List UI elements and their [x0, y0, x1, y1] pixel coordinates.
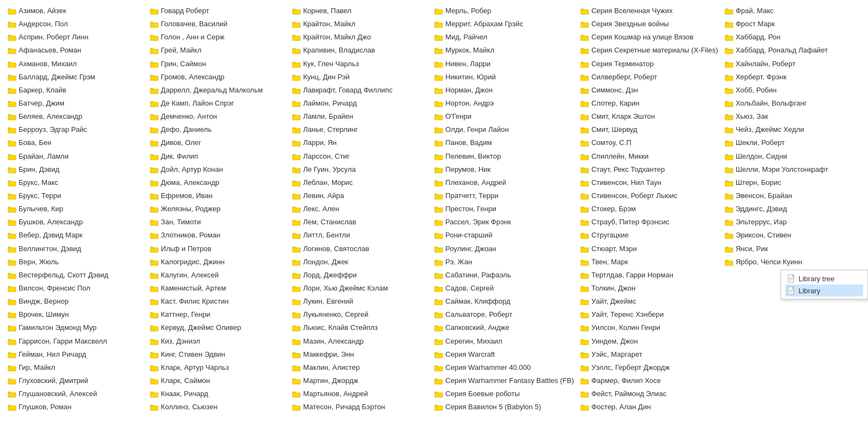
list-item[interactable]: Азимов, Айзек	[7, 4, 144, 18]
list-item[interactable]: Серия Звездные войны	[579, 18, 719, 31]
list-item[interactable]: Стюарт, Мэри	[579, 242, 719, 256]
list-item[interactable]: Рони-старший	[433, 229, 575, 242]
list-item[interactable]: Каттнер, Генри	[149, 308, 287, 321]
list-item[interactable]: Асприн, Роберт Линн	[7, 31, 144, 44]
list-item[interactable]: Шекли, Роберт	[724, 136, 861, 149]
list-item[interactable]: Мид, Райчел	[433, 31, 575, 44]
list-item[interactable]: Калугин, Алексей	[149, 269, 287, 282]
list-item[interactable]: Каст, Филис Кристин	[149, 295, 287, 308]
list-item[interactable]: Шелдон, Сидни	[724, 150, 861, 163]
list-item[interactable]: Дик, Филип	[149, 150, 287, 163]
list-item[interactable]: Серия Боевые роботы	[433, 387, 575, 400]
list-item[interactable]: Мерль, Робер	[433, 4, 575, 18]
list-item[interactable]: Твен, Марк	[579, 256, 719, 269]
list-item[interactable]: Перумов, Ник	[433, 163, 575, 176]
list-item[interactable]: Штерн, Борис	[724, 176, 861, 189]
list-item[interactable]: О'Генри	[433, 110, 575, 123]
list-item[interactable]: Ефремов, Иван	[149, 189, 287, 202]
list-item[interactable]: Олди, Генри Лайон	[433, 123, 575, 136]
list-item[interactable]: Голон , Анн и Серж	[149, 31, 287, 44]
list-item[interactable]: Уайт, Джеймс	[579, 295, 719, 308]
list-item[interactable]: Беляев, Александр	[7, 110, 144, 123]
list-item[interactable]: Рэ, Жан	[433, 256, 575, 269]
list-item[interactable]: Сомтоу, С.П	[579, 136, 719, 149]
list-item[interactable]: Лукьяненко, Сергей	[291, 308, 429, 321]
list-item[interactable]: Роулинг, Джоан	[433, 242, 575, 256]
list-item[interactable]: Пелевин, Виктор	[433, 150, 575, 163]
list-item[interactable]: Дефо, Даниель	[149, 123, 287, 136]
list-item[interactable]: Бушков, Александр	[7, 216, 144, 229]
list-item[interactable]: Нортон, Андрэ	[433, 97, 575, 110]
list-item[interactable]: Громов, Александр	[149, 71, 287, 84]
list-item[interactable]: Муркок, Майкл	[433, 44, 575, 57]
list-item[interactable]: Лукин, Евгений	[291, 295, 429, 308]
list-item[interactable]: Сальваторе, Роберт	[433, 308, 575, 321]
list-item[interactable]: Ларри, Ян	[291, 136, 429, 149]
list-item[interactable]: Каменистый, Артем	[149, 282, 287, 295]
list-item[interactable]: Смит, Кларк Эштон	[579, 110, 719, 123]
list-item[interactable]: Ахманов, Михаил	[7, 57, 144, 71]
list-item[interactable]: Серия Секретные материалы (X-Files)	[579, 44, 719, 57]
list-item[interactable]: Литтл, Бентли	[291, 229, 429, 242]
list-item[interactable]: Плеханов, Андрей	[433, 176, 575, 189]
list-item[interactable]: Хаббард, Рональд Лафайет	[724, 44, 861, 57]
list-item[interactable]: Кнаак, Ричард	[149, 387, 287, 400]
list-item[interactable]: Фрай, Макс	[724, 4, 861, 18]
list-item[interactable]: Зан, Тимоти	[149, 216, 287, 229]
list-item[interactable]: Мазин, Александр	[291, 335, 429, 348]
list-item[interactable]: Хьюз, Зак	[724, 110, 861, 123]
list-item[interactable]: Коллинз, Сьюзен	[149, 400, 287, 414]
list-item[interactable]: Серия Warhammer Fantasy Battles (FB)	[433, 374, 575, 387]
list-item[interactable]: Вебер, Дэвид Марк	[7, 229, 144, 242]
list-item[interactable]: Афанасьев, Роман	[7, 44, 144, 57]
list-item[interactable]: Дойл, Артур Конан	[149, 163, 287, 176]
list-item[interactable]: Серия Warcraft	[433, 348, 575, 361]
list-item[interactable]: Демченко, Антон	[149, 110, 287, 123]
list-item[interactable]: Эвенсон, Брайан	[724, 189, 861, 202]
list-item[interactable]: Лавкрафт, Говард Филлипс	[291, 84, 429, 97]
list-item[interactable]: Уилсон, Колин Генри	[579, 321, 719, 334]
list-item[interactable]: Фрост Марк	[724, 18, 861, 31]
list-item[interactable]: Головачев, Василий	[149, 18, 287, 31]
list-item[interactable]: Садов, Сергей	[433, 282, 575, 295]
list-item[interactable]: Сабатини, Рафаэль	[433, 269, 575, 282]
list-item[interactable]: Серия Терминатор	[579, 57, 719, 71]
list-item[interactable]: Смит, Шервуд	[579, 123, 719, 136]
list-item[interactable]: Спиллейн, Микки	[579, 150, 719, 163]
list-item[interactable]: Нивен, Ларри	[433, 57, 575, 71]
list-item[interactable]: Меррит, Абрахам Грэйс	[433, 18, 575, 31]
list-item[interactable]: Мартин, Джордж	[291, 374, 429, 387]
list-item[interactable]: Льюис, Клайв Стейплз	[291, 321, 429, 334]
list-item[interactable]: Кларк, Саймон	[149, 374, 287, 387]
list-item[interactable]: Грин, Саймон	[149, 57, 287, 71]
list-item[interactable]: Дивов, Олег	[149, 136, 287, 149]
list-item[interactable]: Матесон, Ричард Бэртон	[291, 400, 429, 414]
list-item[interactable]: Мартьянов, Андрей	[291, 387, 429, 400]
list-item[interactable]: Силверберг, Роберт	[579, 71, 719, 84]
list-item[interactable]: Пратчетт, Терри	[433, 189, 575, 202]
list-item[interactable]: Престон, Генри	[433, 202, 575, 216]
list-item[interactable]: Брукс, Терри	[7, 189, 144, 202]
list-item[interactable]: Серия Вавилон 5 (Babylon 5)	[433, 400, 575, 414]
list-item[interactable]: Симмонс, Дэн	[579, 84, 719, 97]
list-item[interactable]: Сапковский, Андже	[433, 321, 575, 334]
list-item[interactable]: Хобб, Робин	[724, 84, 861, 97]
list-item[interactable]: Лорд, Джеффри	[291, 269, 429, 282]
list-item[interactable]: Чейз, Джеймс Хедли	[724, 123, 861, 136]
list-item[interactable]: Де Камп, Лайон Спрэг	[149, 97, 287, 110]
list-item[interactable]: Хайнлайн, Роберт	[724, 57, 861, 71]
list-item[interactable]: Маккефри, Энн	[291, 348, 429, 361]
list-item[interactable]: Эриксон, Стивен	[724, 229, 861, 242]
list-item[interactable]: Лем, Станислав	[291, 216, 429, 229]
list-item[interactable]: Стокер, Брэм	[579, 202, 719, 216]
list-item[interactable]: Ярбро, Челси Куинн	[724, 256, 861, 269]
list-item[interactable]: Страуб, Питер Фрэнсис	[579, 216, 719, 229]
list-item[interactable]: Гамильтон Эдмонд Мур	[7, 321, 144, 334]
list-item[interactable]: Баллард, Джеймс Грэм	[7, 71, 144, 84]
list-item[interactable]: Левин, Айра	[291, 189, 429, 202]
list-item[interactable]: Бова, Бен	[7, 136, 144, 149]
list-item[interactable]: Глушановский, Алексей	[7, 387, 144, 400]
list-item[interactable]: Тертлдав, Гарри Норман	[579, 269, 719, 282]
list-item[interactable]: Стивенсон, Нил Таун	[579, 176, 719, 189]
list-item[interactable]: Кервуд, Джеймс Оливер	[149, 321, 287, 334]
